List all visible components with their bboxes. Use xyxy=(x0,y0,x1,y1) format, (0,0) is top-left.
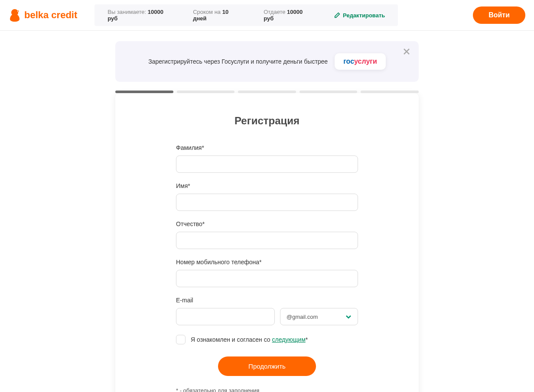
phone-input[interactable] xyxy=(176,270,358,287)
progress-step-2 xyxy=(177,91,235,93)
logo-icon xyxy=(9,8,21,22)
page-title: Регистрация xyxy=(176,115,358,127)
consent-checkbox[interactable] xyxy=(176,335,186,344)
progress-step-3 xyxy=(238,91,296,93)
firstname-field-group: Имя* xyxy=(176,182,358,211)
required-note: * - обязательно для заполнения xyxy=(176,387,358,392)
progress-step-4 xyxy=(300,91,358,93)
email-domain-value: @gmail.com xyxy=(287,314,318,320)
consent-text: Я ознакомлен и согласен со следующим* xyxy=(191,336,308,343)
progress-step-5 xyxy=(361,91,419,93)
firstname-label: Имя* xyxy=(176,182,358,189)
progress-bar xyxy=(115,91,419,93)
email-domain-select[interactable]: @gmail.com xyxy=(280,308,358,325)
patronymic-field-group: Отчество* xyxy=(176,220,358,249)
login-button[interactable]: Войти xyxy=(473,6,525,24)
registration-card: Регистрация Фамилия* Имя* Отчество* Номе… xyxy=(115,93,419,392)
patronymic-input[interactable] xyxy=(176,232,358,249)
phone-label: Номер мобильного телефона* xyxy=(176,259,358,266)
gosuslugi-text: Зарегистрируйтесь через Госуслуги и полу… xyxy=(148,58,328,65)
consent-row: Я ознакомлен и согласен со следующим* xyxy=(176,335,358,344)
lastname-input[interactable] xyxy=(176,156,358,173)
email-input[interactable] xyxy=(176,308,275,325)
pencil-icon xyxy=(334,12,340,18)
lastname-field-group: Фамилия* xyxy=(176,144,358,173)
logo-text: belka credit xyxy=(24,10,77,21)
close-icon[interactable] xyxy=(402,47,411,56)
repay-info: Отдаете 10000 руб xyxy=(264,9,308,22)
email-label: E-mail xyxy=(176,297,358,304)
phone-field-group: Номер мобильного телефона* xyxy=(176,259,358,287)
gosuslugi-banner: Зарегистрируйтесь через Госуслуги и полу… xyxy=(115,41,419,82)
firstname-input[interactable] xyxy=(176,194,358,211)
edit-link[interactable]: Редактировать xyxy=(334,12,385,19)
patronymic-label: Отчество* xyxy=(176,220,358,227)
continue-button[interactable]: Продолжить xyxy=(218,356,316,376)
chevron-down-icon xyxy=(345,314,352,320)
gosuslugi-button[interactable]: госуслуги xyxy=(335,53,386,70)
header: belka credit Вы занимаете: 10000 руб Сро… xyxy=(0,0,534,31)
email-field-group: E-mail @gmail.com xyxy=(176,297,358,325)
borrow-info: Вы занимаете: 10000 руб xyxy=(107,9,167,22)
loan-info-bar: Вы занимаете: 10000 руб Сроком на 10 дне… xyxy=(94,4,398,26)
term-info: Сроком на 10 дней xyxy=(193,9,238,22)
logo[interactable]: belka credit xyxy=(9,8,77,22)
progress-step-1 xyxy=(115,91,173,93)
consent-link[interactable]: следующим xyxy=(272,336,305,343)
lastname-label: Фамилия* xyxy=(176,144,358,151)
